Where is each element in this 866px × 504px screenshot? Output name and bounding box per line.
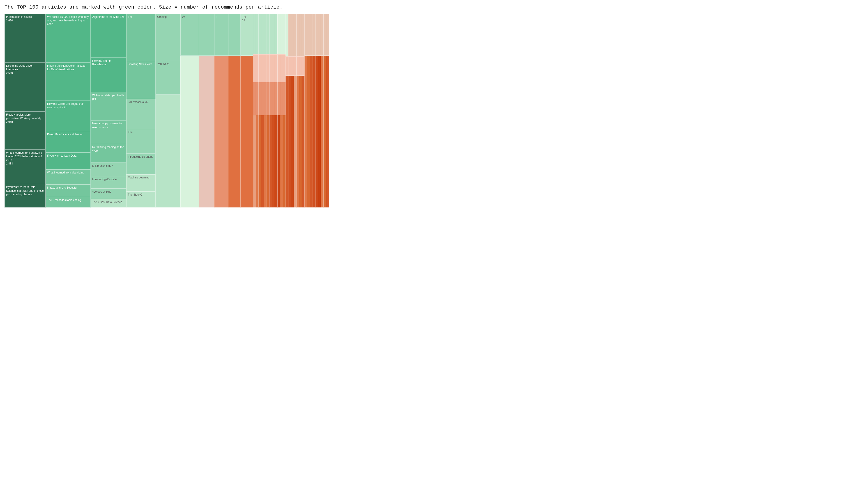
cell-label: If you want to learn Data Science, start… — [6, 185, 44, 196]
treemap-chart: Punctuation in novels 2,670Designing Dat… — [4, 14, 329, 207]
treemap-column: Algorithms of the Mind 826How the Trump … — [91, 14, 126, 207]
treemap-cell: Fitter. Happier. More productive. Workin… — [4, 112, 46, 150]
treemap-column — [302, 14, 304, 207]
treemap-cell — [326, 14, 329, 56]
treemap-cell: Introducing d3-scale — [91, 176, 126, 189]
cell-label: The 7 Best Data Science — [92, 200, 122, 204]
treemap-cell: The State Of — [126, 192, 156, 207]
cell-label: 400,000 GitHub — [92, 190, 111, 194]
cell-label: Introducing d3-scale — [92, 177, 116, 181]
treemap-cell: How a happy moment for neuroscience — [91, 120, 126, 144]
treemap-column — [267, 14, 269, 207]
treemap-cell: The — [126, 129, 156, 154]
treemap-column — [296, 14, 299, 207]
treemap-column: The 10 — [241, 14, 253, 207]
treemap-cell: If you want to learn Data Science, start… — [4, 184, 46, 207]
treemap-column: CraftingYou Won't — [156, 14, 180, 207]
treemap-column: Punctuation in novels 2,670Designing Dat… — [4, 14, 46, 207]
treemap-column — [299, 14, 302, 207]
cell-label: What I learned from visualizing — [47, 171, 84, 174]
treemap-column: We asked 15,000 people who they are, and… — [46, 14, 91, 207]
cell-label: Doing Data Science at Twitter — [47, 133, 83, 136]
treemap-cell — [199, 14, 214, 56]
treemap-column — [307, 14, 310, 207]
treemap-cell — [228, 14, 241, 56]
treemap-cell: Is it brunch time? — [91, 163, 126, 176]
treemap-column — [261, 14, 264, 207]
treemap-cell: Re-thinking reading on the Web — [91, 144, 126, 163]
treemap-column — [269, 14, 272, 207]
treemap-cell: Siri, What Do You — [126, 99, 156, 129]
treemap-column — [280, 14, 283, 207]
treemap-column — [293, 14, 296, 207]
treemap-cell: Finding the Right Color Palettes for Dat… — [46, 62, 91, 101]
cell-label: I — [216, 15, 216, 19]
cell-label: Machine Learning — [128, 176, 149, 179]
treemap-cell: 10 — [180, 14, 199, 56]
treemap-cell: Machine Learning — [126, 174, 156, 192]
treemap-column: 10 — [180, 14, 199, 207]
treemap-column — [313, 14, 315, 207]
treemap-cell: Designing Data-Driven Interfaces 2,660 — [4, 62, 46, 112]
treemap-cell — [214, 56, 228, 207]
treemap-column — [258, 14, 261, 207]
cell-label: With open data, you finally get — [92, 93, 125, 101]
cell-label: 10 — [182, 15, 185, 19]
treemap-cell — [228, 56, 241, 207]
treemap-cell: 400,000 GitHub — [91, 188, 126, 199]
treemap-column: TheBoosting Sales WithSiri, What Do YouT… — [126, 14, 156, 207]
cell-label: Introducing d3-shape — [128, 155, 153, 159]
treemap-cell: With open data, you finally get — [91, 92, 126, 120]
treemap-cell: I — [214, 14, 228, 56]
cell-label: Algorithms of the Mind 826 — [92, 15, 124, 19]
treemap-cell: The — [126, 14, 156, 61]
treemap-cell: Algorithms of the Mind 826 — [91, 14, 126, 58]
treemap-column — [264, 14, 267, 207]
treemap-cell: Introducing d3-shape — [126, 154, 156, 174]
cell-label: How the Trump Presidential — [92, 59, 125, 66]
treemap-cell — [326, 56, 329, 207]
treemap-column: I — [214, 14, 228, 207]
treemap-cell: How the Circle Line rogue train was caug… — [46, 101, 91, 131]
treemap-column — [275, 14, 277, 207]
treemap-column — [228, 14, 241, 207]
treemap-column — [323, 14, 326, 207]
cell-label: Boosting Sales With — [128, 62, 152, 66]
treemap-cell: We asked 15,000 people who they are, and… — [46, 14, 91, 62]
treemap-cell: How the Trump Presidential — [91, 58, 126, 92]
treemap-cell: Boosting Sales With — [126, 61, 156, 99]
cell-label: The 6 most desirable coding — [47, 198, 81, 202]
treemap-cell: Doing Data Science at Twitter — [46, 131, 91, 152]
treemap-column — [304, 14, 307, 207]
cell-label: Infrastructure is Beautiful — [47, 186, 77, 190]
treemap-column — [288, 14, 291, 207]
treemap-cell: What I learned from visualizing — [46, 169, 91, 185]
chart-title: The TOP 100 articles are marked with gre… — [4, 4, 325, 10]
treemap-column — [315, 14, 318, 207]
cell-label: How the Circle Line rogue train was caug… — [47, 102, 89, 109]
cell-label: Fitter. Happier. More productive. Workin… — [6, 113, 44, 124]
cell-label: The — [128, 15, 133, 19]
cell-label: Crafting — [157, 15, 167, 19]
treemap-cell: The 10 — [241, 14, 253, 56]
cell-label: Designing Data-Driven Interfaces 2,660 — [6, 64, 44, 75]
treemap-column — [318, 14, 321, 207]
treemap-cell: You Won't — [156, 61, 180, 95]
treemap-column — [272, 14, 275, 207]
cell-label: The State Of — [128, 193, 143, 196]
treemap-column — [286, 14, 288, 207]
treemap-cell: Punctuation in novels 2,670 — [4, 14, 46, 62]
treemap-cell: The 6 most desirable coding — [46, 197, 91, 207]
cell-label: The — [128, 130, 133, 134]
treemap-cell: Infrastructure is Beautiful — [46, 184, 91, 197]
cell-label: Re-thinking reading on the Web — [92, 145, 125, 152]
cell-label: Punctuation in novels 2,670 — [6, 15, 32, 22]
treemap-cell — [180, 56, 199, 207]
treemap-cell — [199, 56, 214, 207]
cell-label: Siri, What Do You — [128, 100, 149, 104]
treemap-column — [256, 14, 258, 207]
treemap-cell — [156, 95, 180, 207]
cell-label: How a happy moment for neuroscience — [92, 122, 125, 129]
treemap-column — [253, 14, 256, 207]
treemap-column — [283, 14, 286, 207]
